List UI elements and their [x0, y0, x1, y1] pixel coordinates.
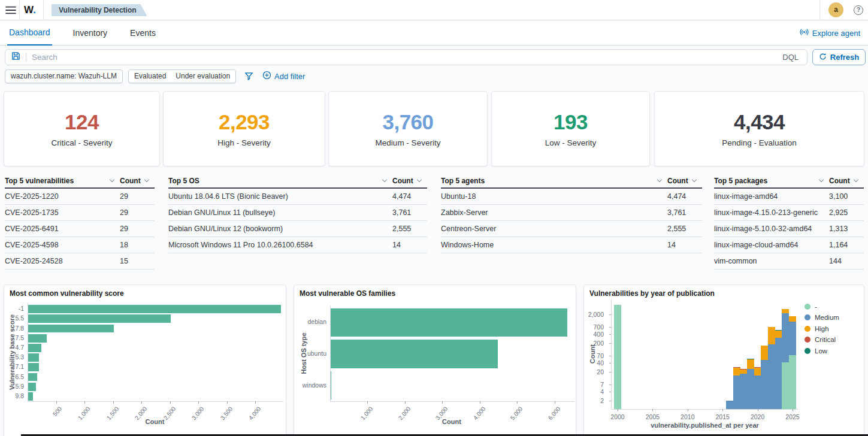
bar-segment-2021-High[interactable]	[761, 346, 768, 360]
bar-segment-2024-High[interactable]	[782, 309, 789, 313]
bar-6.5[interactable]	[28, 373, 37, 382]
bar-9.8[interactable]	[28, 392, 33, 401]
row-name: Centreon-Server	[441, 225, 496, 233]
legend-dot-icon	[805, 337, 810, 343]
search-divider	[26, 53, 26, 62]
breadcrumb[interactable]: Vulnerability Detection	[52, 4, 147, 16]
refresh-icon	[819, 53, 827, 62]
bar-segment-2018-High[interactable]	[740, 370, 747, 374]
tab-inventory[interactable]: Inventory	[71, 20, 110, 46]
sort-chevron-icon[interactable]	[382, 177, 387, 182]
avatar[interactable]: a	[828, 2, 843, 17]
bar-segment-2025-Medium[interactable]	[789, 322, 796, 355]
bar-segment-2023-Medium[interactable]	[775, 338, 782, 409]
bar-segment-2024-Medium[interactable]	[782, 313, 789, 362]
bar-segment-2022-Medium[interactable]	[768, 344, 775, 409]
explore-agent-button[interactable]: Explore agent	[800, 20, 860, 46]
bar-ubuntu[interactable]	[331, 340, 498, 368]
bar-segment-2020-High[interactable]	[754, 368, 761, 375]
filter-pill-evaluation-group[interactable]: Evaluated Under evaluation	[128, 69, 236, 83]
tab-dashboard[interactable]: Dashboard	[7, 20, 52, 46]
bar-segment-2017-High[interactable]	[733, 368, 740, 375]
sort-chevron-icon[interactable]	[110, 177, 114, 182]
column-header-count[interactable]: Count	[120, 177, 155, 185]
help-icon[interactable]: ?	[854, 5, 863, 15]
row-count-cell: 3,761	[667, 208, 702, 217]
column-header-label: Top 5 vulnerabilities	[5, 177, 74, 185]
bar-segment-2019-Low[interactable]	[747, 359, 754, 359]
sort-chevron-icon[interactable]	[819, 177, 824, 182]
bar-segment-2019-Medium[interactable]	[747, 369, 754, 409]
column-header-label: Top 5 packages	[714, 177, 767, 185]
bar-segment-2025-[interactable]	[789, 355, 796, 409]
bar-5.9[interactable]	[28, 383, 36, 391]
bar-segment-2018-Critical[interactable]	[740, 369, 747, 370]
bar-4.7[interactable]	[28, 344, 41, 352]
bar-7.8[interactable]	[28, 325, 114, 333]
legend-item-Critical[interactable]: Critical	[805, 336, 836, 343]
column-header-name[interactable]: Top 5 OS	[168, 177, 392, 185]
legend-item-High[interactable]: High	[805, 325, 829, 332]
x-tick-mark	[555, 401, 555, 404]
bar-5.5[interactable]	[28, 314, 171, 323]
bar-segment-2022-High[interactable]	[768, 327, 775, 344]
bar-segment-2017-Critical[interactable]	[733, 367, 740, 368]
bar-5.3[interactable]	[28, 353, 39, 362]
y-category-label: ubuntu	[294, 350, 326, 357]
column-header-count[interactable]: Count	[392, 177, 427, 185]
legend-item-[interactable]: -	[805, 303, 817, 310]
column-header-vulnerabilities[interactable]: Top 5 vulnerabilities	[5, 177, 120, 185]
bar-windows[interactable]	[331, 371, 331, 400]
y-axis-line	[611, 299, 612, 409]
save-query-icon[interactable]	[11, 52, 20, 63]
bar-segment-2025-High[interactable]	[789, 316, 796, 322]
bar-segment-2024-[interactable]	[782, 362, 789, 409]
search-input[interactable]	[32, 53, 780, 62]
bar-segment-2023-High[interactable]	[775, 331, 782, 338]
bar-debian[interactable]	[331, 308, 567, 337]
sort-chevron-icon[interactable]	[416, 177, 421, 182]
bar-segment-2000-[interactable]	[614, 305, 621, 409]
legend-item-Medium[interactable]: Medium	[805, 314, 839, 321]
bar-segment-2017-Medium[interactable]	[733, 376, 740, 409]
sort-chevron-icon[interactable]	[853, 177, 858, 182]
wazuh-logo[interactable]: W.	[24, 4, 36, 16]
bar-segment-2020-Critical[interactable]	[754, 367, 761, 368]
column-header-label: Top 5 OS	[168, 177, 199, 185]
sort-chevron-icon[interactable]	[657, 177, 662, 182]
filter-pill-cluster[interactable]: wazuh.cluster.name: Wazuh-LLM	[5, 69, 123, 83]
bar-7.1[interactable]	[28, 363, 39, 371]
filter-funnel-icon[interactable]	[244, 72, 253, 81]
bar-segment-2018-Medium[interactable]	[740, 374, 747, 409]
bar-segment-2016-Medium[interactable]	[726, 401, 733, 409]
sort-chevron-icon[interactable]	[691, 177, 696, 182]
row-name-cell: Debian GNU/Linux 11 (bullseye)	[168, 208, 392, 217]
hamburger-menu-icon[interactable]	[5, 5, 16, 16]
column-header-name[interactable]: Top 5 packages	[714, 177, 829, 185]
add-filter-button[interactable]: Add filter	[262, 71, 305, 81]
bar-segment-2020-Medium[interactable]	[754, 376, 761, 409]
sort-chevron-icon[interactable]	[144, 177, 149, 182]
bar-segment-2019-High[interactable]	[747, 359, 754, 368]
bar-segment-2023-Low[interactable]	[775, 330, 782, 331]
legend-item-Low[interactable]: Low	[805, 347, 827, 355]
refresh-button[interactable]: Refresh	[812, 49, 866, 65]
row-name-cell: Centreon-Server	[441, 225, 667, 233]
y-tick-mark	[609, 334, 611, 335]
x-tick-label: 1,000	[359, 405, 374, 421]
bar--1[interactable]	[28, 305, 281, 313]
column-header-name[interactable]: Top 5 agents	[441, 177, 667, 185]
dql-button[interactable]: DQL	[780, 53, 801, 62]
bar-7.5[interactable]	[28, 334, 47, 343]
column-header-count[interactable]: Count	[829, 177, 864, 185]
column-header-count[interactable]: Count	[667, 177, 702, 185]
tab-events[interactable]: Events	[128, 20, 158, 46]
row-name-cell: CVE-2025-24528	[5, 257, 120, 265]
bar-segment-2021-Medium[interactable]	[761, 360, 768, 409]
filter-under-evaluation[interactable]: Under evaluation	[176, 72, 230, 80]
stat-card-critical-severity: 124Critical - Severity	[4, 91, 160, 166]
table-row: linux-image-cloud-amd641,164	[714, 237, 864, 253]
filter-evaluated[interactable]: Evaluated	[134, 72, 166, 80]
signal-icon	[800, 28, 809, 38]
table-header-row: Top 5 agentsCount	[441, 174, 702, 189]
